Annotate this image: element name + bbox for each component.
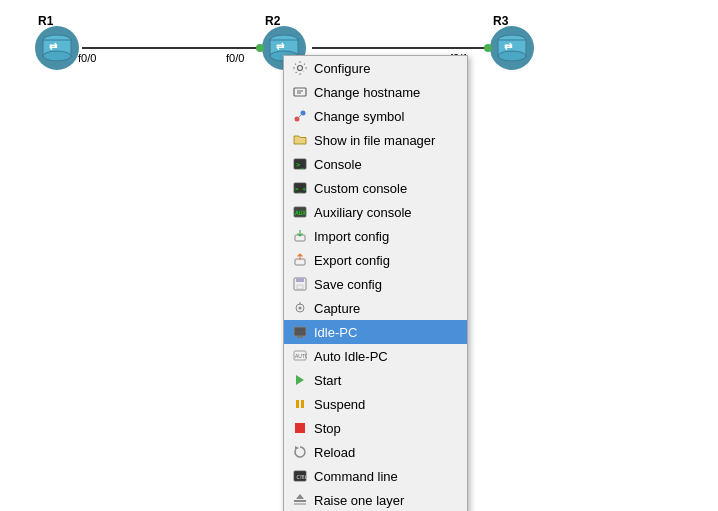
export-config-label: Export config (314, 253, 390, 268)
import-config-label: Import config (314, 229, 389, 244)
idle-pc-icon (292, 324, 308, 340)
svg-point-19 (298, 66, 303, 71)
capture-label: Capture (314, 301, 360, 316)
command-line-label: Command line (314, 469, 398, 484)
svg-text:cmd: cmd (296, 473, 307, 481)
svg-rect-46 (301, 400, 304, 408)
file-manager-icon (292, 132, 308, 148)
menu-command-line[interactable]: cmd Command line (284, 464, 467, 488)
svg-point-38 (299, 307, 302, 310)
stop-icon (292, 420, 308, 436)
menu-start[interactable]: Start (284, 368, 467, 392)
svg-rect-41 (297, 336, 303, 338)
svg-rect-35 (296, 278, 304, 282)
svg-rect-36 (297, 285, 303, 289)
menu-stop[interactable]: Stop (284, 416, 467, 440)
svg-rect-47 (295, 423, 305, 433)
capture-icon (292, 300, 308, 316)
menu-capture[interactable]: Capture (284, 296, 467, 320)
svg-rect-40 (294, 327, 306, 336)
iface-label-r1-f0: f0/0 (78, 52, 96, 64)
svg-text:AUTO: AUTO (295, 353, 307, 359)
menu-show-file-manager[interactable]: Show in file manager (284, 128, 467, 152)
save-icon (292, 276, 308, 292)
menu-export-config[interactable]: Export config (284, 248, 467, 272)
menu-configure[interactable]: Configure (284, 56, 467, 80)
network-canvas: ⇄ R1 ⇄ R2 ⇄ R3 f0/0 f0/0 f0/1 (0, 0, 718, 511)
menu-import-config[interactable]: Import config (284, 224, 467, 248)
menu-console[interactable]: >_ Console (284, 152, 467, 176)
menu-raise-layer[interactable]: Raise one layer (284, 488, 467, 511)
iface-label-r2-f0: f0/0 (226, 52, 244, 64)
configure-label: Configure (314, 61, 370, 76)
raise-layer-label: Raise one layer (314, 493, 404, 508)
cmd-icon: cmd (292, 468, 308, 484)
menu-suspend[interactable]: Suspend (284, 392, 467, 416)
hostname-icon (292, 84, 308, 100)
reload-icon (292, 444, 308, 460)
import-icon (292, 228, 308, 244)
console-label: Console (314, 157, 362, 172)
svg-point-13 (498, 51, 526, 61)
aux-console-icon: AUX (292, 204, 308, 220)
menu-aux-console[interactable]: AUX Auxiliary console (284, 200, 467, 224)
context-menu: Configure Change hostname Change symbol … (283, 55, 468, 511)
save-config-label: Save config (314, 277, 382, 292)
svg-text:⇄: ⇄ (504, 41, 513, 52)
menu-change-hostname[interactable]: Change hostname (284, 80, 467, 104)
idle-pc-label: Idle-PC (314, 325, 357, 340)
svg-text:>_: >_ (296, 161, 305, 169)
svg-rect-45 (296, 400, 299, 408)
suspend-icon (292, 396, 308, 412)
change-symbol-label: Change symbol (314, 109, 404, 124)
svg-rect-20 (294, 88, 306, 96)
suspend-label: Suspend (314, 397, 365, 412)
router-label-R2: R2 (265, 14, 280, 28)
menu-save-config[interactable]: Save config (284, 272, 467, 296)
svg-rect-52 (294, 503, 306, 505)
svg-text:⇄: ⇄ (49, 41, 58, 52)
svg-text:⇄: ⇄ (276, 41, 285, 52)
svg-text:>_+: >_+ (295, 185, 306, 193)
symbol-icon (292, 108, 308, 124)
menu-change-symbol[interactable]: Change symbol (284, 104, 467, 128)
start-icon (292, 372, 308, 388)
change-hostname-label: Change hostname (314, 85, 420, 100)
svg-text:AUX: AUX (295, 209, 306, 216)
raise-icon (292, 492, 308, 508)
custom-console-icon: >_+ (292, 180, 308, 196)
configure-icon (292, 60, 308, 76)
console-icon: >_ (292, 156, 308, 172)
svg-marker-48 (295, 446, 299, 450)
aux-console-label: Auxiliary console (314, 205, 412, 220)
router-label-R1: R1 (38, 14, 53, 28)
svg-marker-53 (296, 494, 304, 499)
stop-label: Stop (314, 421, 341, 436)
menu-auto-idle-pc[interactable]: AUTO Auto Idle-PC (284, 344, 467, 368)
auto-idle-icon: AUTO (292, 348, 308, 364)
export-icon (292, 252, 308, 268)
reload-label: Reload (314, 445, 355, 460)
svg-line-25 (297, 113, 303, 119)
svg-point-3 (43, 51, 71, 61)
start-label: Start (314, 373, 341, 388)
show-file-manager-label: Show in file manager (314, 133, 435, 148)
menu-reload[interactable]: Reload (284, 440, 467, 464)
menu-custom-console[interactable]: >_+ Custom console (284, 176, 467, 200)
svg-marker-44 (296, 375, 304, 385)
menu-idle-pc[interactable]: Idle-PC (284, 320, 467, 344)
auto-idle-pc-label: Auto Idle-PC (314, 349, 388, 364)
router-label-R3: R3 (493, 14, 508, 28)
svg-rect-51 (294, 500, 306, 502)
custom-console-label: Custom console (314, 181, 407, 196)
